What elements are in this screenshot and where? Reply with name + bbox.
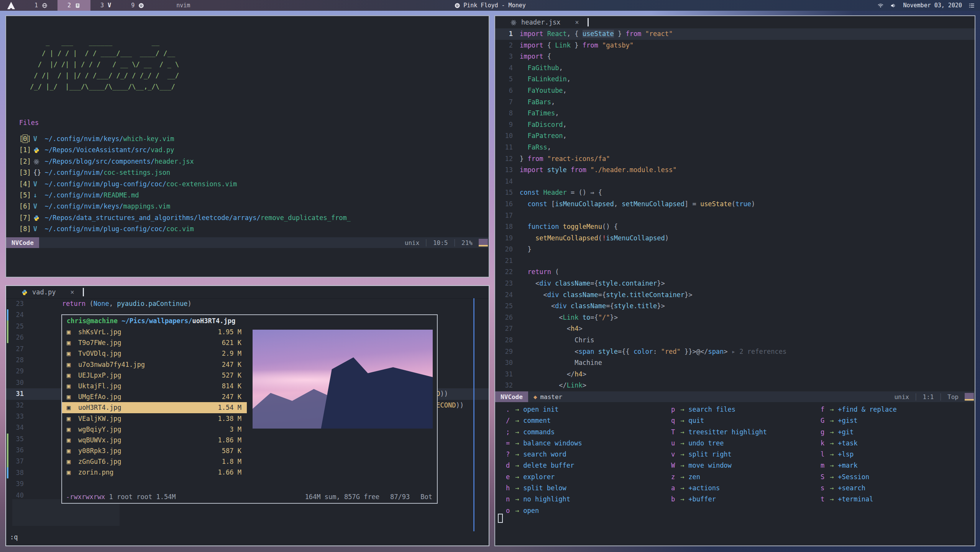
whichkey-binding-g[interactable]: g→+git — [819, 427, 897, 438]
code-line-28[interactable]: 28 Chris — [495, 335, 975, 346]
code-line-21[interactable]: 21 — [495, 255, 975, 267]
startify-item-8[interactable]: [8]V~/.config/nvim/plug-config/coc/coc.v… — [19, 223, 351, 235]
file-row[interactable]: ▣wgBqiyY.jpg3 M — [62, 424, 247, 435]
whichkey-binding-u[interactable]: u→undo tree — [670, 438, 767, 449]
file-index: 87/93 — [390, 493, 410, 501]
startify-item-2[interactable]: [2]~/Repos/blog/src/components/header.js… — [19, 156, 351, 167]
code-line-27[interactable]: 27 <h4> — [495, 323, 975, 335]
whichkey-binding-W[interactable]: W→move window — [670, 460, 767, 471]
whichkey-binding-=[interactable]: =→balance windows — [505, 438, 582, 449]
command-line[interactable]: :q — [10, 533, 18, 541]
whichkey-binding-s[interactable]: s→+search — [819, 483, 897, 494]
whichkey-binding-T[interactable]: T→treesitter highlight — [670, 427, 767, 438]
whichkey-binding-p[interactable]: p→search files — [670, 404, 767, 415]
file-row[interactable]: ▣y08Rpk3.jpg587 K — [62, 445, 247, 456]
workspace-1[interactable]: 1 — [25, 0, 57, 11]
code-line-11[interactable]: 11 FaRss, — [495, 142, 975, 153]
file-row[interactable]: ▣zGnGuT6.jpg1.8 M — [62, 456, 247, 467]
code-line-24[interactable]: 24 <div className={style.titleContainer}… — [495, 289, 975, 301]
whichkey-binding-q[interactable]: q→quit — [670, 415, 767, 426]
code-line-8[interactable]: 8 FaTimes, — [495, 108, 975, 119]
tab-header-jsx[interactable]: header.jsx × — [495, 18, 589, 26]
file-row[interactable]: ▣shKsVrL.jpg1.95 M — [62, 327, 247, 337]
code-line-13[interactable]: 13import style from "./header.module.les… — [495, 164, 975, 176]
whichkey-binding-d[interactable]: d→delete buffer — [505, 460, 582, 471]
file-row[interactable]: ▣TvOVDlq.jpg2.9 M — [62, 348, 247, 359]
scroll-label: Top — [947, 393, 959, 401]
file-row[interactable]: ▣zorin.png1.66 M — [62, 467, 247, 478]
code-line-14[interactable]: 14 — [495, 176, 975, 187]
code-line-25[interactable]: 25 <div className={style.title}> — [495, 301, 975, 312]
code-line-31[interactable]: 31 </h4> — [495, 369, 975, 380]
workspace-2-active[interactable]: 2 — [57, 0, 90, 11]
code-line-15[interactable]: 15const Header = () ⇒ { — [495, 187, 975, 199]
whichkey-binding-f[interactable]: f→+find & replace — [819, 404, 897, 415]
code-line-26[interactable]: 26 <Link to={"/"}> — [495, 312, 975, 324]
whichkey-binding-n[interactable]: n→no highlight — [505, 494, 582, 505]
code-line-30[interactable]: 30 Machine — [495, 357, 975, 369]
code-line-32[interactable]: 32 </Link> — [495, 380, 975, 391]
close-icon[interactable]: × — [575, 18, 579, 26]
startify-item-1[interactable]: [1]~/Repos/VoiceAssistant/src/vad.py — [19, 145, 351, 156]
code-line-22[interactable]: 22 return ( — [495, 266, 975, 278]
workspace-3[interactable]: 3V — [90, 0, 121, 11]
volume-icon[interactable] — [890, 3, 896, 8]
whichkey-binding-/[interactable]: /→comment — [505, 415, 582, 426]
file-row[interactable]: ▣T9o7FWe.jpg621 K — [62, 337, 247, 348]
file-row-selected[interactable]: ▣uoH3RT4.jpg1.54 M — [62, 402, 247, 413]
startify-item-7[interactable]: [7]~/Repos/data_structures_and_algorithm… — [19, 212, 351, 223]
code-line-18[interactable]: 18 function toggleMenu() { — [495, 221, 975, 233]
editor-header-jsx[interactable]: 1import React, { useState } from "react"… — [495, 28, 975, 391]
whichkey-binding-S[interactable]: S→+Session — [819, 472, 897, 483]
whichkey-binding-h[interactable]: h→split below — [505, 483, 582, 494]
startify-item-4[interactable]: [4]V~/.config/nvim/plug-config/coc/coc-e… — [19, 179, 351, 190]
startify-item-3[interactable]: [3]{}~/.config/nvim/coc-settings.json — [19, 167, 351, 178]
whichkey-binding-k[interactable]: k→+task — [819, 438, 897, 449]
whichkey-binding-.[interactable]: .→open init — [505, 404, 582, 415]
close-icon[interactable]: × — [70, 288, 74, 296]
whichkey-binding-;[interactable]: ;→commands — [505, 427, 582, 438]
file-row[interactable]: ▣wqBUWVx.jpg1.86 M — [62, 435, 247, 445]
startify-item-5[interactable]: [5]↓~/.config/nvim/README.md — [19, 190, 351, 201]
file-row[interactable]: ▣UEJLpxP.jpg527 K — [62, 370, 247, 381]
code-line-16[interactable]: 16 const [isMenuCollapsed, setMenuCollap… — [495, 199, 975, 210]
whichkey-binding-G[interactable]: G→+gist — [819, 415, 897, 426]
code-line-20[interactable]: 20 } — [495, 244, 975, 255]
whichkey-binding-z[interactable]: z→zen — [670, 472, 767, 483]
file-row[interactable]: ▣VEaljKW.jpg1.38 M — [62, 413, 247, 424]
whichkey-binding-v[interactable]: v→split right — [670, 449, 767, 460]
whichkey-binding-b[interactable]: b→+buffer — [670, 494, 767, 505]
startify-item-6[interactable]: [6]V~/.config/nvim/keys/mappings.vim — [19, 201, 351, 212]
workspace-9[interactable]: 9 — [121, 0, 154, 11]
code-line-23[interactable]: 23 return (None, pyaudio.paContinue) — [6, 298, 489, 309]
whichkey-binding-o[interactable]: o→open — [505, 505, 582, 516]
whichkey-binding-m[interactable]: m→+mark — [819, 460, 897, 471]
code-line-19[interactable]: 19 setMenuCollapsed(!isMenuCollapsed) — [495, 233, 975, 244]
now-playing[interactable]: Pink Floyd - Money — [454, 2, 526, 9]
file-row[interactable]: ▣UktajFl.jpg814 K — [62, 381, 247, 391]
code-line-1[interactable]: 1import React, { useState } from "react" — [495, 28, 975, 40]
tab-vad-py[interactable]: vad.py × — [6, 288, 84, 296]
file-row[interactable]: ▣UMgEfAo.jpg247 K — [62, 391, 247, 402]
code-line-7[interactable]: 7 FaBars, — [495, 97, 975, 108]
menu-icon[interactable] — [969, 3, 975, 8]
code-line-5[interactable]: 5 FaLinkedin, — [495, 74, 975, 85]
code-line-29[interactable]: 29 <span style={{ color: "red" }}>@</spa… — [495, 346, 975, 358]
file-row[interactable]: ▣u7o3nwab7fy41.jpg247 K — [62, 359, 247, 370]
whichkey-binding-e[interactable]: e→explorer — [505, 472, 582, 483]
code-line-23[interactable]: 23 <div className={style.container}> — [495, 278, 975, 289]
code-line-6[interactable]: 6 FaYoutube, — [495, 85, 975, 97]
code-line-17[interactable]: 17 — [495, 210, 975, 222]
code-line-9[interactable]: 9 FaDiscord, — [495, 119, 975, 131]
code-line-3[interactable]: 3import { — [495, 51, 975, 62]
whichkey-binding-t[interactable]: t→+terminal — [819, 494, 897, 505]
startify-item-0[interactable]: [0]V~/.config/nvim/keys/which-key.vim — [19, 133, 351, 145]
wifi-icon[interactable] — [878, 3, 883, 8]
code-line-12[interactable]: 12} from "react-icons/fa" — [495, 153, 975, 165]
code-line-2[interactable]: 2import { Link } from "gatsby" — [495, 40, 975, 51]
code-line-4[interactable]: 4 FaGithub, — [495, 62, 975, 74]
whichkey-binding-a[interactable]: a→+actions — [670, 483, 767, 494]
whichkey-binding-l[interactable]: l→+lsp — [819, 449, 897, 460]
code-line-10[interactable]: 10 FaPatreon, — [495, 130, 975, 142]
whichkey-binding-?[interactable]: ?→search word — [505, 449, 582, 460]
